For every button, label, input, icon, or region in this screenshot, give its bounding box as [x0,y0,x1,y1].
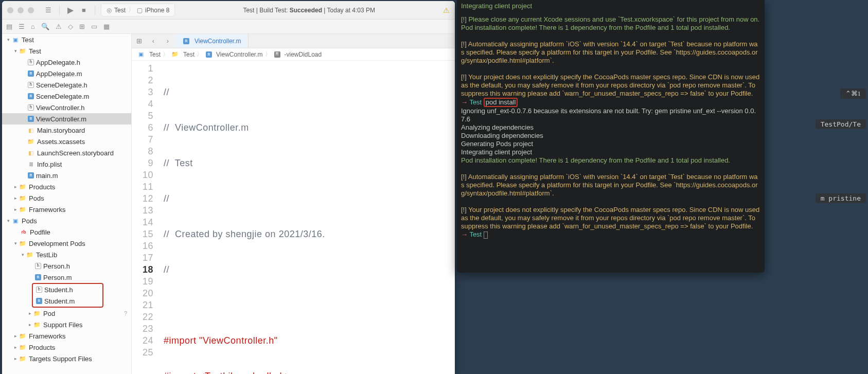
tree-group[interactable]: ▸📁Products [2,181,131,192]
tree-file[interactable]: 📁Assets.xcassets [2,136,131,147]
zoom-icon[interactable] [28,7,34,13]
terminal-prompt[interactable]: → Test [461,230,760,239]
tree-group[interactable]: ▸📁Products [2,342,131,353]
tree-file[interactable]: mSceneDelegate.m [2,91,131,102]
xcode-window: ☰ ▶ ■ ◎ Test 〉 ▢ iPhone 8 Test | Build T… [2,1,455,374]
tree-project-pods[interactable]: ▾▣Pods [2,215,131,226]
tree-group-test[interactable]: ▾📁Test [2,45,131,57]
tree-group[interactable]: ▸📁Targets Support Files [2,353,131,364]
tree-file[interactable]: ◧Main.storyboard [2,124,131,136]
tree-file[interactable]: mPerson.m [2,272,131,283]
symbol-nav-icon[interactable]: ⌂ [31,23,35,30]
terminal-line: Pod installation complete! There is 1 de… [461,24,760,32]
terminal-line: Generating Pods project [461,140,760,148]
terminal-line: Ignoring unf_ext-0.0.7.6 because its ext… [461,107,760,123]
tree-file[interactable]: hSceneDelegate.h [2,79,131,91]
editor-tab[interactable]: mViewController.m [175,34,249,48]
tree-file[interactable]: hStudent.h [33,284,102,295]
terminal-line: Pod installation complete! There is 1 de… [461,156,760,165]
tree-file[interactable]: mmain.m [2,170,131,181]
tree-file[interactable]: hViewController.h [2,102,131,113]
run-button[interactable]: ▶ [65,5,76,15]
terminal-window[interactable]: Integrating client project [!] Please cl… [457,0,765,273]
project-nav-icon[interactable]: ▤ [6,23,12,30]
related-items-icon[interactable]: ⊞ [132,34,146,48]
stop-button[interactable]: ■ [79,6,89,14]
tree-group[interactable]: ▸📁Pods [2,192,131,204]
sidebar-icon[interactable]: ☰ [43,6,54,14]
tree-group[interactable]: ▸📁Pod? [2,308,131,319]
bg-terminal-fragment-2: m pristine [816,193,866,203]
terminal-line: [!] Automatically assigning platform `iO… [461,40,760,65]
find-nav-icon[interactable]: 🔍 [41,23,49,30]
minimize-icon[interactable] [17,7,24,13]
tree-file[interactable]: mStudent.m [33,295,102,307]
forward-button[interactable]: › [161,34,175,48]
terminal-line: Integrating client project [461,148,760,156]
scheme-selector[interactable]: ◎ Test 〉 ▢ iPhone 8 [101,4,175,16]
device-icon: ▢ [137,7,143,14]
close-icon[interactable] [7,7,13,13]
terminal-line: Analyzing dependencies [461,123,760,132]
line-gutter: 12345678910 11121314151617181920 2122232… [132,61,158,374]
tree-group[interactable]: ▾📁Development Pods [2,238,131,249]
project-navigator[interactable]: ▾▣Test ▾📁Test hAppDelegate.h mAppDelegat… [2,34,132,374]
tree-file[interactable]: ◧LaunchScreen.storyboard [2,147,131,158]
tree-group[interactable]: ▸📁Support Files [2,319,131,330]
terminal-line: [!] Automatically assigning platform `iO… [461,173,760,198]
terminal-cursor [484,231,488,239]
back-button[interactable]: ‹ [146,34,161,48]
breakpoint-nav-icon[interactable]: ▭ [91,23,97,30]
tree-file-selected[interactable]: mViewController.m [2,113,131,124]
tree-group[interactable]: ▸📁Frameworks [2,204,131,215]
activity-view: Test | Build Test: Succeeded | Today at … [178,7,440,14]
annotation-new-files: hStudent.h mStudent.m [32,283,103,308]
terminal-line: [!] Your project does not explicitly spe… [461,73,760,98]
tab-bar: ⊞ ‹ › mViewController.m [132,34,455,48]
terminal-line: Downloading dependencies [461,132,760,140]
tree-file[interactable]: ≣Info.plist [2,158,131,170]
annotation-command-highlight: pod install [484,98,518,107]
target-icon: ◎ [107,7,112,14]
toolbar: ☰ ▶ ■ ◎ Test 〉 ▢ iPhone 8 Test | Build T… [2,1,455,20]
tree-file[interactable]: hPerson.h [2,260,131,272]
shortcut-badge: ⌃⌘1 [840,88,866,99]
terminal-line: Integrating client project [461,2,760,10]
source-editor[interactable]: 12345678910 11121314151617181920 2122232… [132,61,455,374]
tree-file[interactable]: rbPodfile [2,226,131,238]
test-nav-icon[interactable]: ◇ [68,23,73,30]
report-nav-icon[interactable]: ▦ [103,23,110,30]
terminal-line: [!] Please close any current Xcode sessi… [461,15,760,24]
bg-terminal-fragment-1: TestPod/Te [816,119,866,129]
code-content[interactable]: // // ViewController.m // Test // // Cre… [158,61,455,374]
tree-group[interactable]: ▾📁TestLib [2,249,131,260]
tree-file[interactable]: mAppDelegate.m [2,68,131,79]
scheme-target: Test [114,7,126,14]
traffic-lights[interactable] [7,7,34,13]
scheme-device: iPhone 8 [145,7,169,14]
source-control-icon[interactable]: ☰ [19,23,25,30]
warning-icon[interactable]: ⚠ [443,6,450,14]
terminal-line: [!] Your project does not explicitly spe… [461,206,760,230]
jump-bar[interactable]: ▣Test〉 📁Test〉 mViewController.m〉 M-viewD… [132,48,455,61]
debug-nav-icon[interactable]: ⊞ [79,23,85,30]
tree-project-root[interactable]: ▾▣Test [2,34,131,45]
tree-file[interactable]: hAppDelegate.h [2,57,131,68]
editor-area: ⊞ ‹ › mViewController.m ▣Test〉 📁Test〉 mV… [132,34,455,374]
issue-nav-icon[interactable]: ⚠ [56,23,62,30]
tree-group[interactable]: ▸📁Frameworks [2,330,131,342]
terminal-prompt: → Test pod install [461,98,760,107]
navigator-selector-bar: ▤ ☰ ⌂ 🔍 ⚠ ◇ ⊞ ▭ ▦ [2,20,455,34]
